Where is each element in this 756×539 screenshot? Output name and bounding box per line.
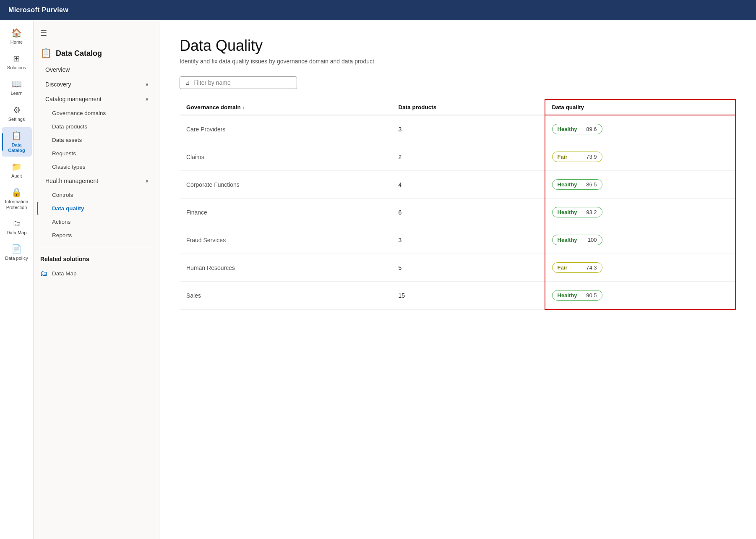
nav-label-catalog-management: Catalog management <box>45 96 102 102</box>
cell-domain-4: Fraud Services <box>180 226 391 254</box>
data-map-icon: 🗂 <box>13 219 21 228</box>
rail-item-info-protection[interactable]: 🔒Information Protection <box>2 184 32 213</box>
cell-quality-6: Healthy90.5 <box>545 282 735 310</box>
home-icon: 🏠 <box>11 28 22 38</box>
table-row: Corporate Functions4Healthy86.5 <box>180 171 735 199</box>
badge-score-2: 86.5 <box>586 181 597 188</box>
badge-score-0: 89.6 <box>586 126 597 132</box>
cell-products-4: 3 <box>391 226 545 254</box>
page-subtitle: Identify and fix data quality issues by … <box>180 58 736 65</box>
related-item-data-map[interactable]: 🗂 Data Map <box>34 266 159 281</box>
data-policy-icon: 📄 <box>11 244 22 254</box>
rail-label-data-catalog: Data Catalog <box>4 142 29 153</box>
rail-item-learn[interactable]: 📖Learn <box>2 76 32 99</box>
cell-domain-3: Finance <box>180 199 391 226</box>
rail-item-solutions[interactable]: ⊞Solutions <box>2 50 32 74</box>
cell-products-6: 15 <box>391 282 545 310</box>
badge-score-5: 74.3 <box>586 264 597 271</box>
nav-item-catalog-management[interactable]: Catalog management∧ <box>37 92 156 106</box>
main-content: Data Quality Identify and fix data quali… <box>159 20 756 539</box>
quality-badge-4: Healthy100 <box>552 235 602 245</box>
icon-rail: 🏠Home⊞Solutions📖Learn⚙Settings📋Data Cata… <box>0 20 34 539</box>
cell-domain-2: Corporate Functions <box>180 171 391 199</box>
nav-sub-item-data-products[interactable]: Data products <box>37 120 156 133</box>
rail-label-info-protection: Information Protection <box>4 199 29 210</box>
chevron-health-management[interactable]: ∧ <box>145 178 149 184</box>
nav-sub-item-data-assets[interactable]: Data assets <box>37 133 156 147</box>
table-body: Care Providers3Healthy89.6Claims2Fair73.… <box>180 115 735 309</box>
rail-item-data-catalog[interactable]: 📋Data Catalog <box>2 127 32 157</box>
table-row: Claims2Fair73.9 <box>180 143 735 171</box>
rail-label-home: Home <box>10 39 23 45</box>
top-bar: Microsoft Purview <box>0 0 756 20</box>
filter-input-wrap[interactable]: ⊿ <box>180 76 297 89</box>
quality-badge-5: Fair74.3 <box>552 262 602 273</box>
chevron-discovery[interactable]: ∨ <box>145 81 149 87</box>
table-row: Finance6Healthy93.2 <box>180 199 735 226</box>
nav-divider <box>40 247 152 247</box>
page-title: Data Quality <box>180 37 736 55</box>
nav-sub-item-requests[interactable]: Requests <box>37 147 156 160</box>
data-map-icon: 🗂 <box>40 269 48 278</box>
badge-label-4: Healthy <box>558 237 577 243</box>
th-quality: Data quality <box>545 99 735 115</box>
chevron-catalog-management[interactable]: ∧ <box>145 96 149 102</box>
data-quality-table: Governance domain↑Data productsData qual… <box>180 99 736 310</box>
active-bar <box>2 133 3 151</box>
left-nav: ☰ 📋 Data Catalog OverviewDiscovery∨Catal… <box>34 20 159 539</box>
table-row: Care Providers3Healthy89.6 <box>180 115 735 143</box>
cell-products-5: 5 <box>391 254 545 282</box>
rail-label-settings: Settings <box>8 117 25 122</box>
learn-icon: 📖 <box>11 79 22 89</box>
badge-score-3: 93.2 <box>586 209 597 215</box>
nav-section-title: 📋 Data Catalog <box>34 44 159 62</box>
cell-products-3: 6 <box>391 199 545 226</box>
nav-sub-item-data-quality[interactable]: Data quality <box>37 202 156 215</box>
nav-items: OverviewDiscovery∨Catalog management∧Gov… <box>34 63 159 242</box>
nav-item-overview[interactable]: Overview <box>37 63 156 77</box>
nav-item-discovery[interactable]: Discovery∨ <box>37 77 156 92</box>
badge-label-6: Healthy <box>558 292 577 298</box>
info-protection-icon: 🔒 <box>11 187 22 197</box>
badge-score-1: 73.9 <box>586 154 597 160</box>
rail-label-audit: Audit <box>11 173 22 179</box>
nav-item-health-management[interactable]: Health management∧ <box>37 174 156 188</box>
badge-score-6: 90.5 <box>586 292 597 298</box>
cell-domain-1: Claims <box>180 143 391 171</box>
rail-item-data-policy[interactable]: 📄Data policy <box>2 241 32 264</box>
filter-icon: ⊿ <box>185 79 190 86</box>
settings-icon: ⚙ <box>13 105 21 115</box>
rail-label-solutions: Solutions <box>7 65 26 71</box>
hamburger-menu[interactable]: ☰ <box>34 25 159 41</box>
rail-item-home[interactable]: 🏠Home <box>2 24 32 48</box>
filter-input[interactable] <box>193 79 292 86</box>
rail-item-settings[interactable]: ⚙Settings <box>2 102 32 126</box>
quality-badge-2: Healthy86.5 <box>552 179 602 190</box>
rail-item-data-map[interactable]: 🗂Data Map <box>2 215 32 239</box>
cell-products-0: 3 <box>391 115 545 143</box>
solutions-icon: ⊞ <box>13 53 20 63</box>
badge-label-0: Healthy <box>558 126 577 132</box>
quality-badge-1: Fair73.9 <box>552 152 602 162</box>
cell-quality-3: Healthy93.2 <box>545 199 735 226</box>
badge-score-4: 100 <box>588 237 597 243</box>
table-row: Human Resources5Fair74.3 <box>180 254 735 282</box>
nav-sub-item-governance-domains[interactable]: Governance domains <box>37 107 156 120</box>
nav-sub-item-classic-types[interactable]: Classic types <box>37 160 156 173</box>
rail-item-audit[interactable]: 📁Audit <box>2 158 32 182</box>
rail-label-data-policy: Data policy <box>5 256 28 261</box>
cell-products-1: 2 <box>391 143 545 171</box>
nav-sub-item-actions[interactable]: Actions <box>37 215 156 228</box>
related-item-label: Data Map <box>52 270 77 277</box>
nav-label-health-management: Health management <box>45 178 98 184</box>
nav-sub-item-controls[interactable]: Controls <box>37 188 156 201</box>
th-domain[interactable]: Governance domain↑ <box>180 99 391 115</box>
nav-sub-item-reports[interactable]: Reports <box>37 229 156 242</box>
badge-label-2: Healthy <box>558 181 577 188</box>
cell-quality-5: Fair74.3 <box>545 254 735 282</box>
table-row: Sales15Healthy90.5 <box>180 282 735 310</box>
cell-domain-6: Sales <box>180 282 391 310</box>
filter-bar: ⊿ <box>180 76 736 89</box>
app-title: Microsoft Purview <box>8 6 68 14</box>
quality-badge-3: Healthy93.2 <box>552 207 602 217</box>
